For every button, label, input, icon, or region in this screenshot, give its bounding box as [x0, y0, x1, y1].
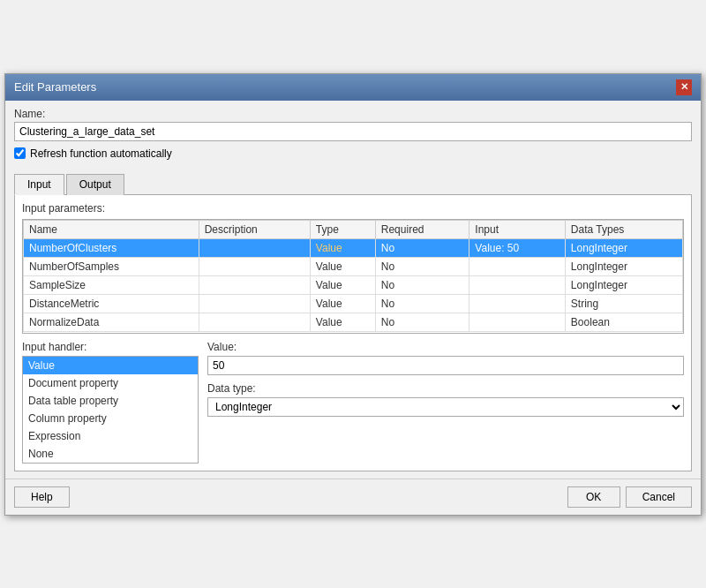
- tab-container: Input Output Input parameters: Name Desc…: [14, 170, 692, 471]
- handler-list-item[interactable]: Value: [23, 357, 198, 374]
- table-row[interactable]: NumberOfSamplesValueNoLongInteger: [24, 257, 683, 275]
- tab-bar: Input Output: [14, 173, 692, 195]
- data-type-group: Data type: LongIntegerStringBooleanDoubl…: [207, 382, 684, 417]
- name-field-group: Name:: [14, 108, 692, 141]
- name-label: Name:: [14, 108, 692, 120]
- value-label: Value:: [207, 341, 684, 353]
- col-header-input: Input: [469, 220, 566, 238]
- edit-parameters-dialog: Edit Parameters ✕ Name: Refresh function…: [4, 73, 702, 516]
- input-handler-group: Input handler: ValueDocument propertyDat…: [22, 341, 199, 464]
- table-row[interactable]: DistanceMetricValueNoString: [24, 294, 683, 313]
- col-header-name: Name: [24, 220, 199, 238]
- right-panel: Value: Data type: LongIntegerStringBoole…: [207, 341, 684, 464]
- data-type-select[interactable]: LongIntegerStringBooleanDoubleInteger: [207, 397, 684, 417]
- param-table: Name Description Type Required Input Dat…: [23, 220, 683, 332]
- value-field-group: Value:: [207, 341, 684, 375]
- col-header-required: Required: [375, 220, 469, 238]
- table-header-row: Name Description Type Required Input Dat…: [24, 220, 683, 238]
- dialog-title: Edit Parameters: [14, 80, 96, 94]
- bottom-section: Input handler: ValueDocument propertyDat…: [22, 341, 684, 464]
- handler-list-item[interactable]: Expression: [23, 427, 198, 445]
- table-row[interactable]: NumberOfClustersValueNoValue: 50LongInte…: [24, 238, 683, 257]
- cancel-button[interactable]: Cancel: [626, 486, 692, 508]
- dialog-footer: Help OK Cancel: [5, 479, 701, 515]
- handler-list-item[interactable]: Column property: [23, 410, 198, 427]
- ok-button[interactable]: OK: [567, 486, 620, 508]
- input-handler-label: Input handler:: [22, 341, 199, 353]
- help-button[interactable]: Help: [14, 486, 70, 508]
- handler-list-item[interactable]: None: [23, 445, 198, 463]
- data-type-label: Data type:: [207, 382, 684, 395]
- col-header-type: Type: [310, 220, 375, 238]
- param-table-wrapper: Name Description Type Required Input Dat…: [22, 219, 684, 334]
- tab-input[interactable]: Input: [14, 174, 64, 195]
- refresh-checkbox-row: Refresh function automatically: [14, 147, 692, 160]
- input-handler-box: ValueDocument propertyData table propert…: [22, 356, 199, 464]
- col-header-datatypes: Data Types: [565, 220, 682, 238]
- name-input[interactable]: [14, 122, 692, 141]
- footer-right: OK Cancel: [567, 486, 692, 508]
- value-input[interactable]: [207, 356, 684, 375]
- tab-content-input: Input parameters: Name Description Type …: [14, 195, 692, 471]
- refresh-label: Refresh function automatically: [30, 147, 172, 160]
- title-bar: Edit Parameters ✕: [5, 74, 701, 101]
- handler-list-item[interactable]: Data table property: [23, 392, 198, 410]
- handler-list-item[interactable]: Document property: [23, 374, 198, 392]
- input-params-label: Input parameters:: [22, 202, 684, 215]
- handler-list: ValueDocument propertyData table propert…: [23, 357, 198, 463]
- table-row[interactable]: SampleSizeValueNoLongInteger: [24, 275, 683, 294]
- dialog-body: Name: Refresh function automatically Inp…: [5, 101, 701, 479]
- table-row[interactable]: NormalizeDataValueNoBoolean: [24, 313, 683, 331]
- col-header-description: Description: [199, 220, 310, 238]
- refresh-checkbox[interactable]: [14, 147, 26, 159]
- param-table-scroll[interactable]: Name Description Type Required Input Dat…: [23, 220, 683, 333]
- tab-output[interactable]: Output: [66, 174, 124, 195]
- close-button[interactable]: ✕: [676, 79, 692, 95]
